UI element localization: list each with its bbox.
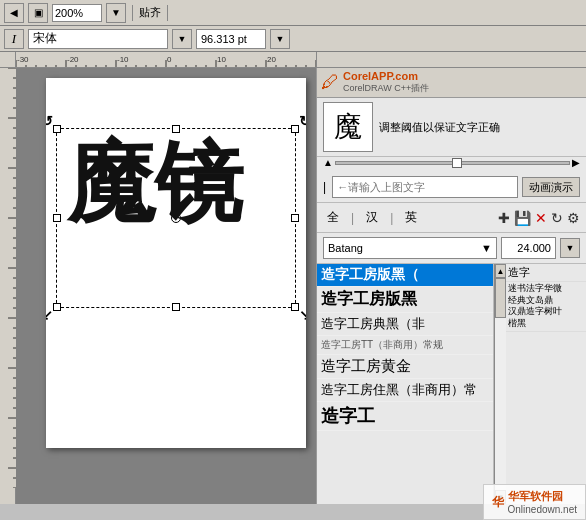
watermark-subtext: Onlinedown.net: [508, 504, 578, 515]
toolbar-separator-2: [167, 5, 168, 21]
handle-ml[interactable]: [53, 214, 61, 222]
slider-right-icon: ▶: [572, 157, 580, 168]
font-item-4[interactable]: 造字工房黄金: [317, 355, 493, 379]
scroll-thumb[interactable]: [495, 278, 506, 318]
second-toolbar: I 宋体 ▼ 96.313 pt ▼: [0, 26, 586, 52]
font-item-3[interactable]: 造字工房TT（非商用）常规: [317, 336, 493, 355]
ruler-corner: [0, 52, 16, 68]
refresh-icon[interactable]: ↻: [551, 210, 563, 226]
zoom-box[interactable]: 200%: [52, 4, 102, 22]
settings-icon[interactable]: ⚙: [567, 210, 580, 226]
preview-area: 魔 调整阈值以保证文字正确: [317, 98, 586, 157]
font-dropdown-arrow-icon: ▼: [481, 242, 492, 254]
ruler-vertical: [0, 68, 16, 504]
zoom-dropdown-btn[interactable]: ▼: [106, 3, 126, 23]
slider-left-icon: ▲: [323, 157, 333, 168]
zoom-value: 200%: [55, 7, 83, 19]
handle-br[interactable]: [291, 303, 299, 311]
handle-tl[interactable]: [53, 125, 61, 133]
main-area: ↺ ↻ ↙ ↘ 魔镜 🖊 CorelAPP.com CorelDRAW C++插…: [0, 68, 586, 504]
toolbar-icon-2[interactable]: ▣: [28, 3, 48, 23]
font-list-area: 造字工房版黑（ 造字工房版黑 造字工房典黑（非 造字工房TT（非商用）常规 造字…: [317, 264, 586, 504]
panel-header: 🖊 CorelAPP.com CorelDRAW C++插件: [317, 68, 586, 98]
corel-sub-text: CorelDRAW C++插件: [343, 82, 429, 95]
ruler-row: [0, 52, 586, 68]
add-icon[interactable]: ✚: [498, 210, 510, 226]
tab-han[interactable]: 汉: [362, 207, 382, 228]
font-size-input[interactable]: [501, 237, 556, 259]
font-item-6[interactable]: 造字工: [317, 402, 493, 431]
font-size-box[interactable]: 96.313 pt: [196, 29, 266, 49]
right-font-item-0[interactable]: 造字: [506, 264, 586, 282]
font-name-label: 宋体: [33, 30, 57, 47]
watermark: 华 华军软件园 Onlinedown.net: [483, 484, 587, 520]
font-dropdown[interactable]: Batang ▼: [323, 237, 497, 259]
tab-eng[interactable]: 英: [401, 207, 421, 228]
text-cursor-small: |: [323, 180, 326, 194]
handle-mr[interactable]: [291, 214, 299, 222]
rot-arrow-bl[interactable]: ↙: [46, 307, 53, 323]
scroll-track[interactable]: [495, 278, 506, 490]
slider-thumb[interactable]: [452, 158, 462, 168]
font-item-0[interactable]: 造字工房版黑（: [317, 264, 493, 287]
delete-icon[interactable]: ✕: [535, 210, 547, 226]
scroll-up-btn[interactable]: ▲: [495, 264, 506, 278]
right-font-item-1[interactable]: 迷书法字华微经典文岛鼎汉鼎造字树叶楷黑: [506, 282, 586, 332]
font-size-label: 96.313 pt: [201, 33, 247, 45]
font-item-2[interactable]: 造字工房典黑（非: [317, 313, 493, 336]
handle-bl[interactable]: [53, 303, 61, 311]
handle-tr[interactable]: [291, 125, 299, 133]
snap-label: 贴齐: [139, 5, 161, 20]
handle-bc[interactable]: [172, 303, 180, 311]
text-input[interactable]: [332, 176, 518, 198]
corel-logo-text: CorelAPP.com: [343, 70, 429, 82]
canvas-area: ↺ ↻ ↙ ↘ 魔镜: [16, 68, 316, 504]
scrollbar-vertical: ▲ ▼: [494, 264, 506, 504]
ruler-horizontal: [16, 52, 316, 68]
tabs-row: 全 | 汉 | 英 ✚ 💾 ✕ ↻ ⚙: [317, 203, 586, 233]
font-dropdown-label: Batang: [328, 242, 363, 254]
font-name-box[interactable]: 宋体: [28, 29, 168, 49]
selection-box: ↺ ↻ ↙ ↘ 魔镜: [56, 128, 296, 308]
handle-tc[interactable]: [172, 125, 180, 133]
rot-arrow-br[interactable]: ↘: [299, 307, 306, 323]
slider-row: ▲ ▶: [317, 157, 586, 172]
watermark-logo: 华: [492, 494, 504, 511]
font-item-5[interactable]: 造字工房住黑（非商用）常: [317, 379, 493, 402]
tab-all[interactable]: 全: [323, 207, 343, 228]
right-panel: 🖊 CorelAPP.com CorelDRAW C++插件 魔 调整阈值以保证…: [316, 68, 586, 504]
text-cursor-icon[interactable]: I: [4, 29, 24, 49]
font-size-arrow[interactable]: ▼: [270, 29, 290, 49]
save-icon[interactable]: 💾: [514, 210, 531, 226]
top-toolbar: ◀ ▣ 200% ▼ 贴齐: [0, 0, 586, 26]
input-row: | 动画演示: [317, 172, 586, 203]
ruler-right-filler: [316, 52, 586, 68]
slider-track[interactable]: [335, 161, 570, 165]
font-list-left: 造字工房版黑（ 造字工房版黑 造字工房典黑（非 造字工房TT（非商用）常规 造字…: [317, 264, 494, 504]
rot-arrow-tl[interactable]: ↺: [46, 113, 53, 129]
font-item-1[interactable]: 造字工房版黑: [317, 287, 493, 313]
tab-actions: ✚ 💾 ✕ ↻ ⚙: [498, 210, 580, 226]
corel-logo-icon: 🖊: [321, 72, 339, 93]
threshold-label: 调整阈值以保证文字正确: [379, 120, 580, 135]
font-size-spin-btn[interactable]: ▼: [560, 238, 580, 258]
font-selector-row: Batang ▼ ▼: [317, 233, 586, 264]
font-list-right: 造字 迷书法字华微经典文岛鼎汉鼎造字树叶楷黑: [506, 264, 586, 504]
watermark-text: 华军软件园: [508, 489, 578, 504]
canvas-text[interactable]: 魔镜: [67, 139, 243, 227]
toolbar-icon-1[interactable]: ◀: [4, 3, 24, 23]
preview-box: 魔: [323, 102, 373, 152]
canvas-page: ↺ ↻ ↙ ↘ 魔镜: [46, 78, 306, 448]
anim-button[interactable]: 动画演示: [522, 177, 580, 197]
rot-arrow-tr[interactable]: ↻: [299, 113, 306, 129]
font-dropdown-arrow[interactable]: ▼: [172, 29, 192, 49]
toolbar-separator-1: [132, 5, 133, 21]
preview-char: 魔: [334, 108, 362, 146]
